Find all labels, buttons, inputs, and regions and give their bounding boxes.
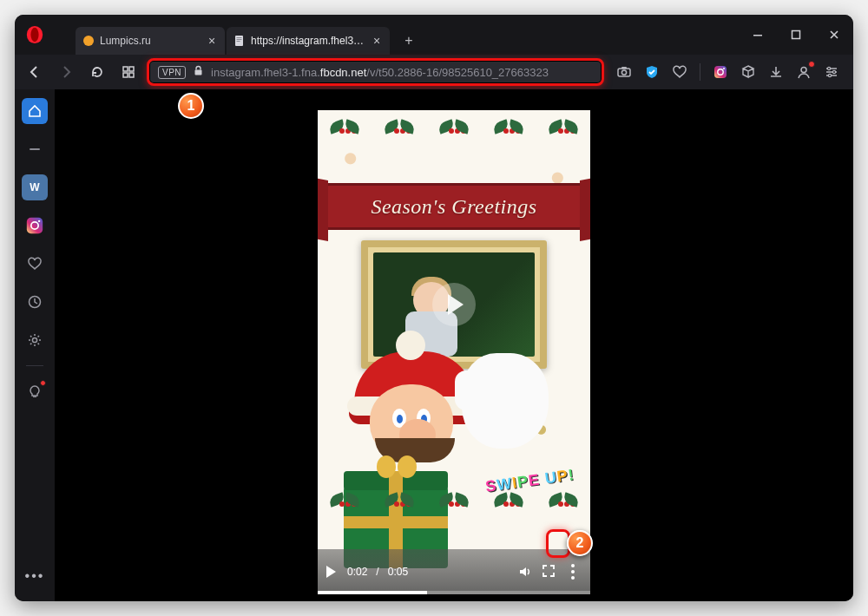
home-icon [27, 103, 43, 119]
bulb-icon [27, 383, 43, 399]
svg-rect-11 [123, 73, 128, 77]
tab-lumpics[interactable]: Lumpics.ru × [76, 27, 225, 55]
instagram-icon [713, 64, 728, 80]
svg-rect-17 [714, 66, 727, 78]
svg-point-2 [83, 36, 94, 46]
address-bar[interactable]: VPN instagram.fhel3-1.fna.fbcdn.net/v/t5… [147, 58, 604, 86]
instagram-extension[interactable] [711, 62, 730, 82]
sidebar-item-vk[interactable]: W [22, 174, 48, 200]
play-overlay-icon [432, 283, 476, 326]
svg-rect-4 [237, 37, 242, 38]
window-controls [739, 15, 853, 55]
downloads-button[interactable] [766, 62, 786, 82]
sidebar-more-button[interactable]: ••• [22, 563, 48, 589]
svg-rect-10 [129, 67, 134, 71]
svg-rect-25 [27, 218, 43, 233]
play-button[interactable] [326, 566, 339, 578]
more-options-button[interactable] [564, 561, 582, 582]
sidebar-item-settings[interactable] [22, 327, 48, 353]
heart-icon [672, 64, 687, 80]
svg-point-23 [828, 74, 831, 76]
svg-rect-9 [123, 67, 128, 71]
sidebar-item-lightbulb[interactable] [22, 378, 48, 404]
snapshot-button[interactable] [615, 62, 634, 82]
annotation-callout-2: 2 [567, 530, 593, 556]
sidebar-item-history[interactable] [22, 289, 48, 315]
grid-icon [122, 65, 135, 79]
toolbar-separator [700, 63, 700, 81]
chevron-left-icon [28, 65, 42, 79]
svg-rect-16 [621, 67, 627, 69]
volume-icon [517, 564, 533, 580]
kebab-dot-icon [571, 564, 575, 567]
volume-button[interactable] [517, 564, 533, 580]
sidebar-item-dash[interactable] [22, 136, 48, 162]
kebab-dot-icon [571, 576, 575, 580]
sidebar-item-speed-dial[interactable] [22, 98, 48, 124]
fullscreen-button[interactable] [542, 564, 556, 580]
cube-extension[interactable] [739, 62, 758, 82]
back-button[interactable] [22, 59, 48, 85]
profile-button[interactable] [794, 62, 813, 82]
progress-track[interactable] [318, 591, 590, 594]
start-page-button[interactable] [115, 59, 141, 85]
ellipsis-icon: ••• [25, 568, 45, 584]
annotation-callout-1: 1 [178, 93, 204, 119]
forward-button[interactable] [53, 59, 79, 85]
url-host: fbcdn.net [320, 66, 367, 79]
instagram-icon [25, 216, 44, 235]
maximize-button[interactable] [777, 15, 815, 55]
fullscreen-icon [542, 564, 556, 578]
clock-icon [27, 294, 43, 310]
holly-border-bottom [318, 483, 590, 518]
svg-point-15 [621, 70, 626, 75]
sidebar-item-instagram[interactable] [22, 213, 48, 239]
close-icon [829, 29, 839, 40]
tab-strip: Lumpics.ru × https://instagram.fhel3-1.f… [55, 15, 739, 55]
maximize-icon [791, 29, 801, 40]
tab-instagram-cdn[interactable]: https://instagram.fhel3-1.fr… × [227, 27, 390, 55]
tab-close-icon[interactable]: × [371, 35, 383, 47]
favicon-lumpics [82, 35, 95, 47]
sidebar-separator [26, 365, 43, 366]
video-player[interactable]: Season's Greetings [318, 110, 590, 594]
tab-close-icon[interactable]: × [206, 35, 218, 47]
new-tab-button[interactable]: + [397, 29, 421, 53]
svg-rect-12 [129, 73, 134, 77]
adblock-button[interactable] [642, 62, 661, 82]
reload-button[interactable] [84, 59, 110, 85]
time-duration: 0:05 [388, 566, 408, 578]
svg-point-20 [801, 68, 806, 73]
progress-bar [318, 591, 427, 594]
svg-rect-13 [195, 70, 202, 75]
svg-point-19 [723, 68, 725, 69]
svg-rect-6 [237, 41, 240, 42]
bookmark-heart-button[interactable] [670, 62, 689, 82]
url-subdomain: instagram.fhel3-1.fna. [211, 66, 320, 79]
lock-icon [193, 65, 204, 79]
svg-point-21 [827, 67, 830, 69]
shield-check-icon [644, 64, 660, 80]
url-text: instagram.fhel3-1.fna.fbcdn.net/v/t50.28… [211, 66, 549, 79]
play-icon [326, 566, 336, 578]
titlebar: Lumpics.ru × https://instagram.fhel3-1.f… [15, 15, 853, 55]
easy-setup-button[interactable] [822, 62, 841, 82]
sidebar-item-heart[interactable] [22, 251, 48, 277]
cube-icon [740, 64, 756, 80]
sidebar: W ••• [15, 89, 55, 601]
sliders-icon [824, 64, 839, 80]
opera-icon [25, 25, 44, 44]
toolbar-extensions [609, 62, 846, 82]
minimize-button[interactable] [739, 15, 777, 55]
address-bar-container: VPN instagram.fhel3-1.fna.fbcdn.net/v/t5… [147, 58, 604, 86]
heart-icon [27, 256, 43, 272]
close-window-button[interactable] [815, 15, 853, 55]
opera-logo [15, 15, 55, 55]
vpn-badge[interactable]: VPN [158, 66, 186, 79]
time-sep: / [376, 566, 378, 578]
favicon-page-icon [233, 35, 246, 47]
browser-window: Lumpics.ru × https://instagram.fhel3-1.f… [15, 15, 853, 601]
video-controls: 0:02 / 0:05 [318, 549, 590, 594]
svg-point-22 [832, 70, 835, 73]
kebab-dot-icon [571, 570, 575, 573]
